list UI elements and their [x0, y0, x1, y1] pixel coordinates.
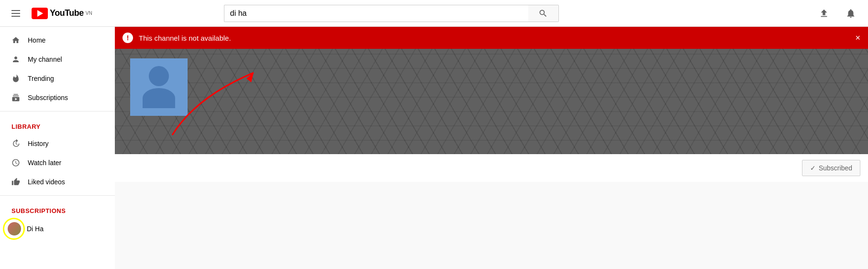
sidebar-label-subscriptions: Subscriptions [28, 94, 68, 101]
upload-icon [819, 8, 829, 19]
main-content: ! This channel is not available. × [115, 27, 868, 269]
sidebar-label-my-channel: My channel [28, 56, 62, 63]
error-icon: ! [122, 33, 133, 43]
search-input[interactable] [224, 5, 528, 22]
sidebar-item-subscriptions[interactable]: Subscriptions [0, 88, 115, 107]
channel-area: ✓ Subscribed [115, 49, 868, 182]
di-ha-avatar-image [8, 222, 21, 235]
youtube-logo[interactable]: YouTubeVN [32, 8, 92, 19]
logo-text: YouTube [50, 8, 84, 18]
channel-actions: ✓ Subscribed [115, 154, 868, 182]
error-banner: ! This channel is not available. × [115, 27, 868, 49]
liked-icon [11, 178, 20, 186]
history-icon [11, 139, 20, 148]
sidebar-label-home: Home [28, 36, 45, 44]
di-ha-label: Di Ha [27, 225, 44, 233]
flame-icon [11, 74, 20, 83]
sidebar-label-watch-later: Watch later [28, 159, 61, 167]
svg-marker-0 [246, 73, 254, 82]
person-icon [11, 55, 20, 64]
sidebar-divider-1 [0, 111, 115, 112]
watch-later-icon [11, 158, 20, 167]
search-icon [538, 9, 548, 18]
logo-region: VN [86, 11, 92, 16]
channel-avatar [130, 58, 188, 116]
channel-banner [115, 49, 868, 154]
bell-icon [846, 8, 856, 19]
upload-button[interactable] [814, 4, 834, 23]
subscribed-label: Subscribed [819, 164, 852, 172]
sidebar-item-liked-videos[interactable]: Liked videos [0, 172, 115, 191]
subscriptions-icon [11, 93, 20, 102]
sidebar-item-history[interactable]: History [0, 134, 115, 153]
sidebar-item-watch-later[interactable]: Watch later [0, 153, 115, 172]
sidebar-label-trending: Trending [28, 75, 54, 82]
notifications-button[interactable] [841, 4, 860, 23]
sidebar-label-liked-videos: Liked videos [28, 178, 65, 186]
hamburger-menu-button[interactable] [8, 6, 24, 21]
error-close-button[interactable]: × [855, 34, 860, 42]
subscriptions-section-title: SUBSCRIPTIONS [0, 200, 115, 218]
library-section-title: LIBRARY [0, 115, 115, 134]
sidebar-item-di-ha[interactable]: Di Ha [0, 218, 115, 239]
header-left: YouTubeVN [8, 6, 92, 21]
home-icon [11, 36, 20, 45]
header: YouTubeVN [0, 0, 868, 27]
avatar-head [149, 66, 169, 86]
search-bar [224, 5, 559, 22]
sidebar-item-trending[interactable]: Trending [0, 69, 115, 88]
sidebar-divider-2 [0, 195, 115, 196]
sidebar-item-home[interactable]: Home [0, 31, 115, 50]
sidebar: Home My channel Trending Subscriptions L… [0, 27, 115, 269]
search-button[interactable] [528, 5, 559, 22]
youtube-logo-icon [32, 8, 48, 19]
check-icon: ✓ [810, 164, 816, 172]
di-ha-avatar [8, 222, 21, 235]
sidebar-item-my-channel[interactable]: My channel [0, 50, 115, 69]
error-message: This channel is not available. [139, 34, 231, 42]
subscribed-button[interactable]: ✓ Subscribed [802, 160, 860, 176]
avatar-body [143, 88, 175, 108]
header-right [814, 4, 860, 23]
body: Home My channel Trending Subscriptions L… [0, 27, 868, 269]
sidebar-label-history: History [28, 140, 49, 147]
